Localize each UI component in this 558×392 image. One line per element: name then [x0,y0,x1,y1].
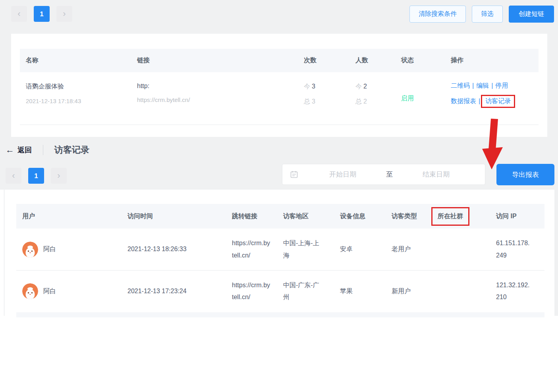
visit-ip-cell: 121.32.192.210 [489,279,544,304]
short-link-table-row: 语鹦企服体验 2021-12-13 17:18:43 http: https:/… [20,72,539,125]
user-cell: 阿白 [16,242,122,257]
back-label: 返回 [17,145,32,155]
chevron-right-icon: › [57,171,60,180]
divider: | [479,98,480,104]
col-region: 访客地区 [278,212,334,221]
total-label: 总 [355,98,362,105]
device-cell: 安卓 [334,243,386,255]
times-cell: 今3 总3 [294,72,344,125]
table-row: 阿白 2021-12-13 17:23:24 https://crm.bytel… [16,270,544,312]
background-right-edge [554,190,558,316]
page-title: 访客记录 [54,144,89,156]
people-cell: 今2 总2 [344,72,393,125]
clear-search-button[interactable]: 清除搜索条件 [409,6,466,23]
next-page-button[interactable]: › [56,6,72,22]
visitor-name: 阿白 [43,243,56,255]
region-cell: 中国-广东-广州 [278,279,334,304]
total-label: 总 [304,98,310,105]
status-badge: 启用 [401,95,414,102]
link-cell: http: https://crm.bytell.cn/ [131,72,294,125]
col-visit-ip: 访问 IP [489,212,544,221]
toolbar-actions: 清除搜索条件 筛选 创建短链 [391,6,554,23]
red-highlight-box: 所在社群 [431,207,469,226]
col-device: 设备信息 [334,212,386,221]
col-community: 所在社群 [431,207,489,226]
col-visitor-type: 访客类型 [386,212,431,221]
visit-time-cell: 2021-12-13 17:23:24 [122,285,227,297]
people-total-value: 2 [363,98,367,105]
short-link-created-at: 2021-12-13 17:18:43 [26,98,131,104]
times-total-value: 3 [312,98,315,105]
table-row-partial [16,312,544,317]
visitor-type-cell: 老用户 [386,243,431,255]
visit-ip-cell: 61.151.178.249 [489,237,544,261]
avatar [22,242,38,257]
filter-button[interactable]: 筛选 [472,6,503,23]
col-status: 状态 [393,56,441,65]
page-number-button[interactable]: 1 [34,6,50,22]
col-times: 次数 [294,56,344,65]
name-cell: 语鹦企服体验 2021-12-13 17:18:43 [20,72,131,125]
page-number-button[interactable]: 1 [28,168,44,184]
create-short-link-button[interactable]: 创建短链 [509,6,554,23]
red-arrow-annotation [479,119,505,171]
col-visit-time: 访问时间 [122,212,227,221]
prev-page-button[interactable]: ‹ [6,168,21,184]
short-link-target-url: https://crm.bytell.cn/ [137,96,294,103]
col-link: 链接 [131,56,294,65]
visitor-name: 阿白 [43,285,56,297]
date-range-separator: 至 [384,170,395,179]
community-header-label: 所在社群 [438,213,463,219]
chevron-left-icon: ‹ [17,10,20,18]
calendar-icon [290,171,298,178]
divider: | [472,82,474,89]
pagination-detail: ‹ 1 › [6,168,67,184]
col-name: 名称 [20,56,131,65]
today-label: 今 [355,83,362,90]
visit-time-cell: 2021-12-13 18:26:33 [122,243,227,255]
pagination-top: ‹ 1 › [11,6,72,22]
export-report-button[interactable]: 导出报表 [496,164,554,185]
start-date-input[interactable] [302,171,384,179]
back-arrow-icon: ← [6,146,14,154]
short-link-table-card: 名称 链接 次数 人数 状态 操作 语鹦企服体验 2021-12-13 17:1… [11,34,547,137]
today-label: 今 [304,83,310,90]
jump-link-cell: https://crm.bytell.cn/ [227,237,278,261]
detail-header: ← 返回 访客记录 [6,144,89,156]
page: ‹ 1 › 清除搜索条件 筛选 创建短链 名称 链接 次数 人数 状态 操作 语… [0,0,558,392]
table-row: 阿白 2021-12-13 18:26:33 https://crm.bytel… [16,229,544,270]
people-today-value: 2 [363,83,367,90]
disable-link[interactable]: 停用 [495,82,508,89]
status-cell: 启用 [393,72,441,125]
user-cell: 阿白 [16,283,122,299]
next-page-button[interactable]: › [51,168,67,184]
qrcode-link[interactable]: 二维码 [451,82,470,89]
col-user: 用户 [16,212,122,221]
date-range-picker[interactable]: 至 [282,164,485,185]
chevron-left-icon: ‹ [12,171,15,180]
visitor-records-card: 用户 访问时间 跳转链接 访客地区 设备信息 访客类型 所在社群 访问 IP [4,190,554,316]
short-link-protocol: http: [137,83,294,90]
short-link-table-header: 名称 链接 次数 人数 状态 操作 [20,49,539,72]
col-operations: 操作 [441,56,539,65]
times-today-value: 3 [312,83,315,90]
operations-cell: 二维码|编辑|停用 数据报表|访客记录 [441,72,539,125]
visitor-records-link[interactable]: 访客记录 [485,98,511,104]
region-cell: 中国-上海-上海 [278,237,334,261]
col-jump-link: 跳转链接 [227,212,278,221]
visitor-type-cell: 新用户 [386,285,431,297]
red-highlight-box: 访客记录 [481,95,515,108]
avatar [22,283,38,299]
divider: | [491,82,493,89]
jump-link-cell: https://crm.bytell.cn/ [227,279,278,304]
back-button[interactable]: ← 返回 [6,145,32,155]
chevron-right-icon: › [63,10,66,18]
data-report-link[interactable]: 数据报表 [451,98,476,104]
edit-link[interactable]: 编辑 [476,82,489,89]
short-link-name: 语鹦企服体验 [26,83,131,91]
end-date-input[interactable] [395,171,477,179]
prev-page-button[interactable]: ‹ [11,6,27,22]
header-divider [43,145,43,155]
device-cell: 苹果 [334,285,386,297]
visitor-table-header: 用户 访问时间 跳转链接 访客地区 设备信息 访客类型 所在社群 访问 IP [16,204,544,229]
